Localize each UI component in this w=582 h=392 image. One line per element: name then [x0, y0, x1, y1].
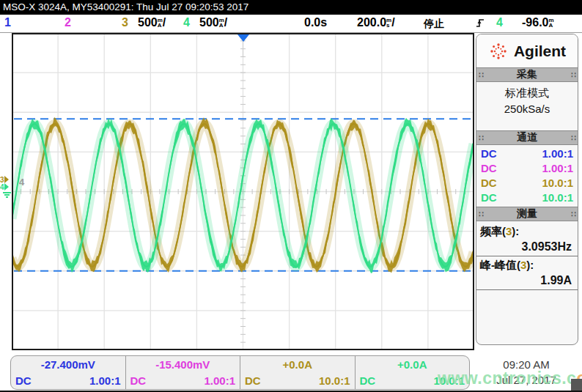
channel3-row[interactable]: DC 10.0:1	[476, 176, 578, 191]
channel1-row[interactable]: DC 1.00:1	[476, 147, 578, 161]
measurements: 频率(3): 3.0953Hz 峰-峰值(3): 1.99A	[476, 221, 578, 290]
horizontal-delay[interactable]: 0.0s	[304, 16, 327, 29]
timebase-scale[interactable]: 200.0ms/	[357, 16, 395, 29]
grip-icon: ∷	[571, 70, 575, 80]
channel3-button[interactable]: 3	[122, 16, 128, 29]
watermark: www.cntronics.com	[438, 369, 582, 388]
grip-icon: ∷	[571, 133, 575, 143]
waveform-plot	[12, 33, 474, 350]
acquire-info: 标准模式 250kSa/s	[476, 82, 578, 130]
ground-symbol-icon	[1, 192, 12, 198]
measurement-frequency-value: 3.0953Hz	[476, 239, 578, 256]
grip-icon: ∷	[571, 210, 575, 219]
channel4-row[interactable]: DC 10.0:1	[476, 191, 578, 205]
channel4-scale[interactable]: 500mA/	[199, 16, 227, 29]
measurement-pkpk-label: 峰-峰值(3):	[476, 256, 578, 273]
measurement-frequency-label: 频率(3):	[476, 223, 578, 239]
status-bar: 1 2 3 500mA/ 4 500mA/ 0.0s 200.0ms/ 停止 4…	[0, 15, 582, 33]
channel2-button[interactable]: 2	[65, 16, 71, 29]
ch4-ground-gray-label: 4	[19, 177, 24, 188]
oscilloscope-screen: MSO-X 3024A, MY53400291: Thu Jul 27 09:2…	[0, 0, 582, 392]
title-bar: MSO-X 3024A, MY53400291: Thu Jul 27 09:2…	[0, 0, 582, 15]
sidebar: Agilent ∷ 采集 ∷ 标准模式 250kSa/s ∷ 通道 ∷ DC 1…	[476, 34, 578, 345]
acquire-mode: 标准模式	[476, 85, 578, 101]
channel3-status-cell[interactable]: +0.0A DC10.0:1	[240, 356, 355, 389]
trigger-time-marker[interactable]	[237, 34, 249, 42]
watermark-logo-block	[571, 379, 582, 391]
channel3-scale[interactable]: 500mA/	[138, 16, 166, 29]
grip-icon: ∷	[479, 70, 483, 80]
brand-header: Agilent	[476, 34, 578, 67]
grip-icon: ∷	[479, 133, 483, 143]
trigger-level[interactable]: -96.0mA	[522, 16, 554, 29]
measurement-pkpk-value: 1.99A	[476, 273, 578, 290]
channel2-row[interactable]: DC 1.00:1	[476, 161, 578, 176]
measure-section-header[interactable]: ∷ 测量 ∷	[476, 207, 578, 221]
trigger-source[interactable]: 4	[496, 16, 503, 29]
channel-rows: DC 1.00:1 DC 1.00:1 DC 10.0:1 DC 10.0:1	[476, 145, 578, 207]
waveform-display-area: 4	[12, 33, 474, 350]
channels-section-header[interactable]: ∷ 通道 ∷	[476, 130, 578, 145]
ch3-arrow-icon	[4, 176, 9, 183]
instrument-title: MSO-X 3024A, MY53400291: Thu Jul 27 09:2…	[3, 1, 248, 12]
channel1-status-cell[interactable]: -27.400mV DC1.00:1	[11, 356, 125, 389]
agilent-logo-icon	[488, 41, 509, 62]
ch4-arrow-icon	[4, 183, 9, 191]
channel-status-cells: -27.400mV DC1.00:1 -15.400mV DC1.00:1 +0…	[10, 355, 470, 390]
channel4-button[interactable]: 4	[183, 16, 190, 29]
ch4-ground-marker[interactable]: 4	[0, 183, 12, 191]
acquire-section-header[interactable]: ∷ 采集 ∷	[476, 67, 578, 82]
edge-trigger-icon	[476, 18, 485, 32]
sample-rate: 250kSa/s	[476, 101, 578, 117]
channel1-button[interactable]: 1	[4, 16, 11, 29]
channel2-status-cell[interactable]: -15.400mV DC1.00:1	[125, 356, 240, 389]
ground-markers: 3 4	[0, 176, 12, 198]
ch3-ground-marker[interactable]: 3	[0, 176, 12, 183]
grip-icon: ∷	[479, 210, 483, 219]
trigger-time-line	[243, 42, 243, 56]
brand-name: Agilent	[514, 42, 566, 60]
run-state-badge[interactable]: 停止	[424, 18, 444, 31]
